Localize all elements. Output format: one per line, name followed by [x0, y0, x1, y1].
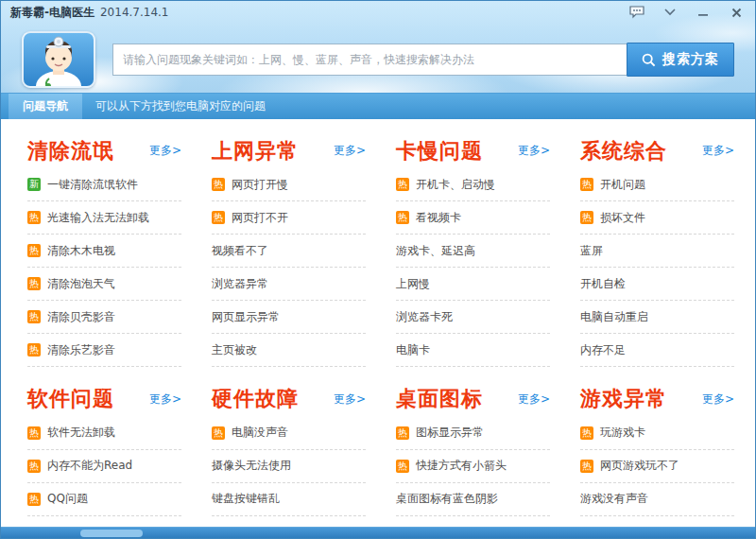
- hot-badge: 热: [580, 460, 593, 473]
- list-item[interactable]: 热清除木木电视: [27, 235, 181, 268]
- hot-badge: 热: [396, 178, 409, 191]
- list-item[interactable]: 热损坏文件: [580, 201, 734, 235]
- more-link[interactable]: 更多>: [149, 143, 181, 164]
- category-grid: 清除流氓更多>新一键清除流氓软件热光速输入法无法卸载热清除木木电视热清除泡泡天气…: [1, 119, 755, 516]
- bottom-scrollbar[interactable]: [1, 527, 755, 538]
- item-label: 上网慢: [396, 276, 430, 292]
- item-list: 热玩游戏卡热网页游戏玩不了游戏没有声音: [580, 417, 734, 516]
- hot-badge: 热: [27, 343, 41, 356]
- more-link[interactable]: 更多>: [334, 143, 366, 164]
- item-label: 网页显示异常: [212, 309, 280, 325]
- list-item[interactable]: 热光速输入法无法卸载: [27, 201, 181, 235]
- list-item[interactable]: 热玩游戏卡: [580, 417, 734, 450]
- list-item[interactable]: 键盘按键错乱: [212, 483, 366, 516]
- hot-badge: 热: [27, 277, 41, 290]
- more-link[interactable]: 更多>: [334, 391, 366, 412]
- list-item[interactable]: 热看视频卡: [396, 201, 550, 235]
- list-item[interactable]: 摄像头无法使用: [212, 450, 366, 483]
- minimize-button[interactable]: [694, 5, 713, 20]
- item-list: 热开机卡、启动慢热看视频卡游戏卡、延迟高上网慢浏览器卡死电脑卡: [396, 168, 550, 367]
- list-item[interactable]: 视频看不了: [212, 235, 366, 268]
- list-item[interactable]: 热网页打不开: [212, 201, 366, 235]
- list-item[interactable]: 游戏没有声音: [580, 483, 734, 516]
- item-label: 开机自检: [580, 276, 626, 292]
- item-label: 软件无法卸载: [47, 425, 115, 441]
- item-label: 电脑自动重启: [580, 309, 648, 325]
- list-item[interactable]: 新一键清除流氓软件: [27, 168, 181, 201]
- list-item[interactable]: 浏览器卡死: [396, 301, 550, 334]
- list-item[interactable]: 热开机问题: [580, 168, 734, 201]
- list-item[interactable]: 热清除贝壳影音: [27, 301, 181, 334]
- list-item[interactable]: 上网慢: [396, 268, 550, 301]
- hot-badge: 热: [580, 178, 593, 191]
- list-item[interactable]: 热内存不能为Read: [27, 450, 181, 483]
- more-link[interactable]: 更多>: [702, 143, 734, 164]
- item-label: 电脑卡: [396, 342, 430, 358]
- titlebar-buttons: [627, 5, 746, 20]
- item-list: 热图标显示异常热快捷方式有小箭头桌面图标有蓝色阴影: [396, 417, 550, 516]
- list-item[interactable]: 浏览器异常: [212, 268, 366, 301]
- item-label: 内存不足: [580, 342, 626, 358]
- list-item[interactable]: 热网页打开慢: [212, 168, 366, 201]
- category: 桌面图标更多>热图标显示异常热快捷方式有小箭头桌面图标有蓝色阴影: [396, 367, 550, 515]
- list-item[interactable]: 电脑自动重启: [580, 301, 734, 334]
- item-list: 热软件无法卸载热内存不能为Read热QQ问题: [27, 417, 181, 516]
- item-label: 摄像头无法使用: [212, 458, 291, 474]
- close-icon: [731, 8, 742, 18]
- list-item[interactable]: 热网页游戏玩不了: [580, 450, 734, 483]
- magnifier-icon: [642, 53, 656, 67]
- list-item[interactable]: 主页被改: [212, 334, 366, 367]
- list-item[interactable]: 开机自检: [580, 268, 734, 301]
- speech-bubble-icon: [629, 6, 644, 19]
- list-item[interactable]: 热软件无法卸载: [27, 417, 181, 450]
- item-label: 玩游戏卡: [600, 425, 645, 441]
- more-link[interactable]: 更多>: [518, 143, 550, 164]
- item-label: 网页游戏玩不了: [600, 458, 679, 474]
- hot-badge: 热: [580, 426, 593, 440]
- list-item[interactable]: 内存不足: [580, 334, 734, 367]
- navbar: 问题导航 可以从下方找到您电脑对应的问题: [1, 93, 755, 119]
- more-link[interactable]: 更多>: [149, 391, 181, 412]
- category-header: 卡慢问题更多>: [396, 139, 550, 164]
- item-label: 光速输入法无法卸载: [47, 210, 149, 226]
- item-label: 网页打不开: [232, 210, 288, 226]
- hot-badge: 热: [396, 426, 409, 440]
- app-title: 新毒霸-电脑医生: [10, 5, 94, 21]
- item-label: 视频看不了: [212, 243, 268, 259]
- item-list: 新一键清除流氓软件热光速输入法无法卸载热清除木木电视热清除泡泡天气热清除贝壳影音…: [27, 168, 181, 367]
- hot-badge: 热: [27, 310, 41, 323]
- item-label: 一键清除流氓软件: [47, 177, 138, 193]
- more-link[interactable]: 更多>: [518, 391, 550, 412]
- hot-badge: 热: [396, 211, 409, 224]
- item-label: 游戏没有声音: [580, 491, 648, 507]
- list-item[interactable]: 热快捷方式有小箭头: [396, 450, 550, 483]
- new-badge: 新: [27, 178, 41, 191]
- titlebar: 新毒霸-电脑医生 2014.7.14.1: [1, 1, 755, 24]
- list-item[interactable]: 热图标显示异常: [396, 417, 550, 450]
- scrollbar-thumb[interactable]: [80, 530, 143, 537]
- hot-badge: 热: [580, 211, 593, 224]
- more-link[interactable]: 更多>: [702, 391, 734, 412]
- list-item[interactable]: 网页显示异常: [212, 301, 366, 334]
- feedback-button[interactable]: [627, 5, 646, 20]
- list-item[interactable]: 电脑卡: [396, 334, 550, 367]
- close-button[interactable]: [727, 5, 746, 20]
- category-title: 游戏异常: [580, 387, 667, 411]
- list-item[interactable]: 蓝屏: [580, 235, 734, 268]
- list-item[interactable]: 热清除泡泡天气: [27, 268, 181, 301]
- menu-button[interactable]: [661, 5, 679, 20]
- list-item[interactable]: 热开机卡、启动慢: [396, 168, 550, 201]
- item-label: 游戏卡、延迟高: [396, 243, 475, 259]
- list-item[interactable]: 热电脑没声音: [212, 417, 366, 450]
- list-item[interactable]: 热QQ问题: [27, 483, 181, 516]
- search-button[interactable]: 搜索方案: [627, 43, 734, 77]
- item-label: 蓝屏: [580, 243, 603, 259]
- search-input[interactable]: [112, 43, 627, 76]
- list-item[interactable]: 桌面图标有蓝色阴影: [396, 483, 550, 516]
- tab-problem-navigation[interactable]: 问题导航: [9, 94, 82, 119]
- category-title: 硬件故障: [212, 387, 299, 411]
- item-label: 网页打开慢: [232, 177, 288, 193]
- category: 清除流氓更多>新一键清除流氓软件热光速输入法无法卸载热清除木木电视热清除泡泡天气…: [27, 119, 181, 367]
- list-item[interactable]: 热清除乐艺影音: [27, 334, 181, 367]
- list-item[interactable]: 游戏卡、延迟高: [396, 235, 550, 268]
